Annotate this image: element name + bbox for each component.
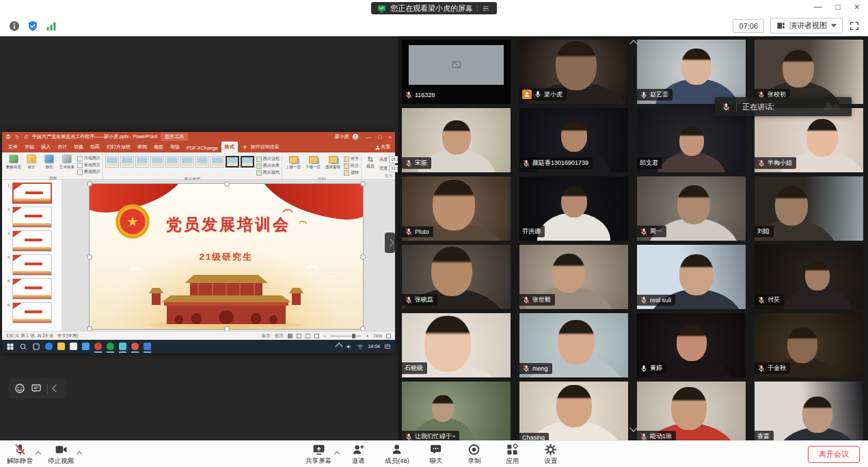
- share-screen-button[interactable]: 共享屏幕: [306, 443, 331, 466]
- picture-style-thumbnail[interactable]: [241, 156, 254, 168]
- tray-expand-icon[interactable]: [336, 343, 343, 350]
- ribbon-menu-item[interactable]: 图片效果: [256, 163, 280, 169]
- ribbon-button[interactable]: 上移一层: [284, 156, 302, 170]
- participant-tile[interactable]: 张世毅: [519, 245, 628, 309]
- slide-thumbnail[interactable]: [12, 230, 52, 252]
- participant-tile[interactable]: 116328: [402, 40, 511, 104]
- network-signal-icon[interactable]: [45, 20, 57, 32]
- slide-thumbnail[interactable]: [12, 206, 52, 228]
- taskbar-app-icon[interactable]: [70, 343, 77, 350]
- selection-handle[interactable]: [360, 326, 366, 331]
- participant-tile[interactable]: 能动1班: [637, 382, 746, 441]
- slide-thumbnail[interactable]: [12, 302, 52, 323]
- leave-meeting-button[interactable]: 离开会议: [808, 446, 860, 463]
- close-button[interactable]: ×: [854, 1, 860, 13]
- start-button-icon[interactable]: [6, 343, 14, 351]
- ppt-tab[interactable]: 文件: [5, 142, 21, 152]
- ribbon-button[interactable]: 删除背景: [5, 155, 22, 170]
- unmute-button[interactable]: 解除静音: [7, 443, 33, 466]
- participant-tile[interactable]: 石晓晓: [402, 313, 511, 377]
- ribbon-menu-item[interactable]: 重设图片: [77, 169, 100, 175]
- ribbon-button[interactable]: 选择窗格: [324, 156, 342, 170]
- participant-tile[interactable]: 邱文君: [637, 108, 746, 172]
- slide-thumbnail[interactable]: [12, 278, 52, 299]
- participant-tile[interactable]: 让我们忙碌于~: [402, 382, 511, 441]
- participant-tile[interactable]: 宋振: [402, 108, 511, 172]
- taskbar-app-icon[interactable]: [94, 343, 102, 350]
- invite-button[interactable]: 邀请: [347, 443, 370, 466]
- zoom-in-button[interactable]: +: [366, 333, 369, 339]
- participant-tile[interactable]: 黄婷: [637, 313, 746, 377]
- ribbon-menu-item[interactable]: 对齐: [344, 156, 359, 162]
- width-field[interactable]: 宽度 33.87 厘米: [379, 165, 398, 172]
- slide-thumbnail-row[interactable]: 3: [2, 229, 62, 253]
- participant-tile[interactable]: 香霖: [755, 382, 863, 441]
- chevron-up-icon[interactable]: [77, 446, 81, 459]
- participant-tile[interactable]: 周一: [637, 176, 746, 241]
- ribbon-menu-item[interactable]: 更改图片: [77, 162, 100, 168]
- selection-handle[interactable]: [224, 326, 230, 331]
- stop-video-button[interactable]: 停止视频: [48, 443, 74, 466]
- smiley-icon[interactable]: [14, 383, 25, 394]
- watching-screen-banner[interactable]: 您正在观看梁小虎的屏幕: [371, 2, 497, 14]
- ribbon-menu-item[interactable]: 旋转: [344, 170, 359, 176]
- undo-icon[interactable]: [14, 134, 20, 139]
- notes-button[interactable]: 备注: [262, 333, 271, 339]
- slide-thumbnail-row[interactable]: 5: [2, 277, 62, 301]
- ppt-tab[interactable]: 开始: [21, 142, 38, 152]
- taskbar-app-icon[interactable]: [131, 343, 139, 350]
- participant-tile[interactable]: 张晓磊: [402, 245, 511, 309]
- slide-thumbnail-row[interactable]: 1: [2, 181, 62, 205]
- fullscreen-button[interactable]: [849, 21, 860, 31]
- ppt-minimize-button[interactable]: —: [366, 134, 371, 140]
- slide-thumbnail-row[interactable]: 6: [2, 301, 62, 325]
- ribbon-button[interactable]: 下移一层: [304, 156, 322, 170]
- taskbar-app-icon[interactable]: [82, 343, 90, 350]
- picture-style-thumbnail[interactable]: [135, 156, 149, 168]
- taskbar-app-icon[interactable]: [107, 343, 114, 350]
- picture-style-thumbnail[interactable]: [165, 156, 179, 168]
- selection-handle[interactable]: [87, 326, 92, 331]
- save-icon[interactable]: [5, 134, 11, 139]
- crop-button[interactable]: 裁剪: [364, 155, 377, 170]
- ppt-tab[interactable]: 设计: [54, 142, 70, 152]
- picture-style-thumbnail[interactable]: [150, 156, 164, 168]
- ribbon-menu-item[interactable]: 图片边框: [256, 156, 280, 162]
- taskbar-app-icon[interactable]: [119, 343, 126, 350]
- chevron-up-icon[interactable]: [335, 446, 339, 459]
- scroll-up-chevron[interactable]: [628, 39, 639, 49]
- picture-style-thumbnail[interactable]: [105, 156, 119, 168]
- slide-canvas[interactable]: ★ 党员发展培训会 21级研究生: [90, 184, 363, 329]
- list-menu-icon[interactable]: [482, 4, 491, 13]
- ribbon-menu-item[interactable]: 压缩图片: [77, 155, 100, 161]
- taskbar-app-icon[interactable]: [144, 343, 151, 350]
- slide-thumbnail[interactable]: [12, 183, 52, 204]
- slideshow-view-icon[interactable]: [314, 334, 319, 338]
- participant-tile[interactable]: 付芡: [755, 245, 863, 309]
- fit-to-window-icon[interactable]: [386, 334, 391, 338]
- task-view-icon[interactable]: [32, 343, 40, 351]
- expand-pane-handle[interactable]: [385, 232, 395, 253]
- collapse-left-icon[interactable]: [52, 384, 59, 392]
- selection-handle[interactable]: [87, 181, 92, 187]
- participant-tile[interactable]: Chasing: [519, 382, 628, 441]
- network-icon[interactable]: [357, 343, 364, 350]
- ppt-tab[interactable]: 切换: [70, 142, 87, 152]
- chat-button[interactable]: 聊天: [424, 443, 448, 466]
- redo-icon[interactable]: [23, 134, 29, 139]
- taskbar-app-icon[interactable]: [45, 343, 53, 350]
- language-indicator[interactable]: 中文(中国): [57, 333, 78, 339]
- record-button[interactable]: 录制: [463, 443, 486, 466]
- zoom-slider[interactable]: [330, 336, 362, 336]
- ribbon-button[interactable]: 颜色: [41, 155, 57, 170]
- shield-icon[interactable]: [27, 20, 39, 32]
- volume-icon[interactable]: [346, 343, 353, 350]
- zoom-out-button[interactable]: −: [323, 333, 327, 339]
- participant-tile[interactable]: 于金秋: [755, 313, 863, 377]
- participant-tile[interactable]: real suli: [637, 245, 746, 309]
- ribbon-menu-item[interactable]: 组合: [344, 163, 359, 169]
- maximize-button[interactable]: □: [836, 1, 841, 13]
- participant-tile[interactable]: 刘姐: [755, 176, 863, 241]
- info-icon[interactable]: [8, 20, 21, 32]
- minimize-button[interactable]: —: [814, 1, 822, 13]
